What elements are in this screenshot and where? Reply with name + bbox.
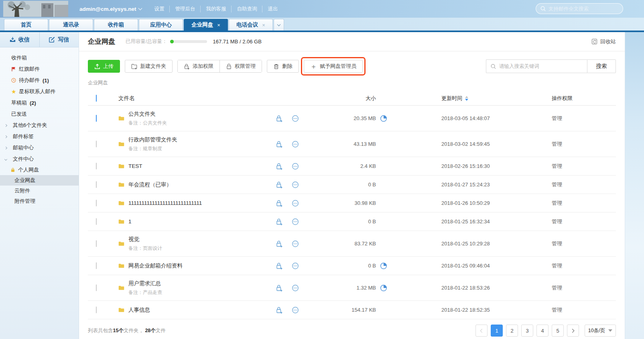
lock-plus-icon[interactable] [276,181,283,188]
page-button-4[interactable]: 4 [536,325,549,337]
recycle-bin-link[interactable]: 回收站 [591,38,616,45]
more-actions-icon[interactable] [292,284,299,292]
tab-inbox[interactable]: 收件箱 [94,19,138,31]
page-button-5[interactable]: 5 [552,325,564,337]
more-actions-icon[interactable] [292,115,299,122]
file-name[interactable]: 用户需求汇总 [128,280,162,287]
breadcrumb[interactable]: 企业网盘 [88,80,616,86]
sort-time-button[interactable] [465,96,468,101]
account-menu[interactable]: admin@cm.elysys.net [79,6,142,12]
sidebar-item-sent[interactable]: 已发送 [0,108,79,120]
prev-page-button[interactable] [475,325,488,337]
file-name[interactable]: 1 [128,219,132,225]
permission-management-button[interactable]: 权限管理 [219,60,262,72]
upload-button[interactable]: 上传 [88,60,120,73]
more-actions-icon[interactable] [292,181,299,188]
select-all-checkbox[interactable] [96,95,97,102]
row-checkbox[interactable] [96,163,97,170]
row-checkbox[interactable] [96,306,97,313]
mail-fulltext-search[interactable] [536,3,623,14]
sidebar-item-attachment-management[interactable]: 附件管理 [0,196,79,206]
permission-link[interactable]: 管理 [552,263,562,269]
sidebar-item-file-center[interactable]: 文件中心 [0,153,79,165]
sidebar-item-todo[interactable]: 待办邮件(1) [0,75,79,86]
sidebar-item-mail-tags[interactable]: 邮件标签 [0,131,79,142]
row-checkbox[interactable] [96,200,97,206]
row-checkbox[interactable] [96,262,97,269]
topbar-link-customer-service[interactable]: 我的客服 [200,6,231,12]
page-button-3[interactable]: 3 [521,325,533,337]
sidebar-item-cloud-attachments[interactable]: 云附件 [0,186,79,196]
file-name[interactable]: 人事信息 [128,306,150,314]
lock-plus-icon[interactable] [276,115,283,122]
permission-link[interactable]: 管理 [552,163,562,169]
lock-plus-icon[interactable] [276,141,283,148]
sidebar-item-enterprise-disk[interactable]: 企业网盘 [0,175,79,186]
tab-app-center[interactable]: 应用中心 [139,19,183,31]
topbar-link-admin-console[interactable]: 管理后台 [169,6,200,12]
file-name[interactable]: 网易企业邮箱介绍资料 [128,262,183,270]
file-search-input[interactable] [499,63,583,69]
page-size-select[interactable]: 10条/页 [585,325,616,337]
mail-search-input[interactable] [549,6,619,12]
sidebar-item-inbox[interactable]: 收件箱 [0,52,79,63]
close-icon[interactable] [262,22,265,28]
more-actions-icon[interactable] [292,306,299,314]
sidebar-item-other-folders[interactable]: 其他6个文件夹 [0,120,79,131]
permission-link[interactable]: 管理 [552,141,562,147]
lock-plus-icon[interactable] [276,218,283,225]
capacity-pie-icon[interactable] [380,262,387,270]
more-actions-icon[interactable] [292,141,299,148]
permission-link[interactable]: 管理 [552,115,562,121]
file-name[interactable]: 1111111111111111111111111111 [128,200,202,206]
more-actions-icon[interactable] [292,163,299,170]
page-button-2[interactable]: 2 [506,325,518,337]
lock-plus-icon[interactable] [276,200,283,207]
row-checkbox[interactable] [96,115,97,122]
sidebar-item-flagged[interactable]: 红旗邮件 [0,63,79,75]
next-page-button[interactable] [567,325,579,337]
file-name[interactable]: 视觉 [128,236,162,243]
add-permission-button[interactable]: 添加权限 [178,60,219,72]
lock-plus-icon[interactable] [276,262,283,270]
permission-link[interactable]: 管理 [552,219,562,225]
more-actions-icon[interactable] [292,262,299,270]
tab-phone-conference[interactable]: 电话会议 [229,19,273,31]
more-actions-icon[interactable] [292,200,299,207]
sidebar-item-drafts[interactable]: 草稿箱(2) [0,97,79,108]
row-checkbox[interactable] [96,240,97,247]
permission-link[interactable]: 管理 [552,307,562,313]
lock-plus-icon[interactable] [276,240,283,247]
permission-link[interactable]: 管理 [552,200,562,206]
file-name[interactable]: 年会流程（已审） [128,181,172,188]
capacity-pie-icon[interactable] [380,115,387,122]
file-name[interactable]: 行政内部管理文件夹 [128,136,177,143]
topbar-link-self-query[interactable]: 自助查询 [231,6,262,12]
new-folder-button[interactable]: 新建文件夹 [125,60,173,73]
sidebar-item-personal-disk[interactable]: 个人网盘 [0,165,79,175]
assign-disk-admin-button[interactable]: ＋ 赋予网盘管理员 [304,60,363,73]
capacity-pie-icon[interactable] [380,284,387,292]
topbar-link-logout[interactable]: 退出 [262,6,283,12]
row-checkbox[interactable] [96,218,97,225]
search-button[interactable]: 搜索 [587,59,616,73]
sidebar-item-mailbox-center[interactable]: 邮箱中心 [0,142,79,153]
lock-plus-icon[interactable] [276,306,283,314]
page-button-1[interactable]: 1 [491,325,503,337]
topbar-link-settings[interactable]: 设置 [149,6,169,12]
row-checkbox[interactable] [96,284,97,291]
file-name[interactable]: 公共文件夹 [128,110,167,118]
tab-contacts[interactable]: 通讯录 [49,19,93,31]
more-actions-icon[interactable] [292,218,299,225]
permission-link[interactable]: 管理 [552,182,562,188]
row-checkbox[interactable] [96,141,97,147]
tab-home[interactable]: 首页 [4,19,48,31]
delete-button[interactable]: 删除 [267,60,299,73]
sidebar-item-starred-contacts[interactable]: 星标联系人邮件 [0,86,79,97]
compose-mail-button[interactable]: 写信 [39,32,79,47]
tab-overflow-button[interactable] [274,19,284,31]
permission-link[interactable]: 管理 [552,285,562,291]
file-name[interactable]: TEST [128,163,142,169]
receive-mail-button[interactable]: 收信 [0,32,39,47]
tab-enterprise-disk[interactable]: 企业网盘 [184,19,228,31]
